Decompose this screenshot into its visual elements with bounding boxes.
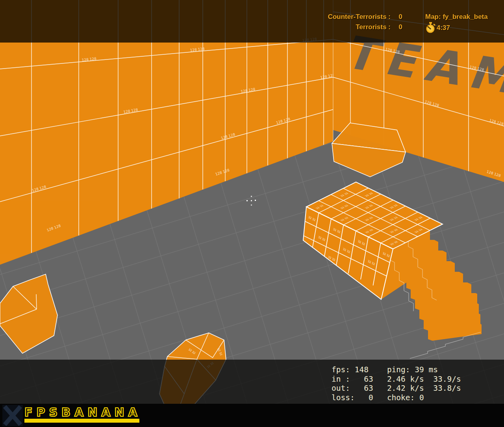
ct-score-row: Counter-Terrorists : 0	[328, 12, 402, 22]
netgraph-line-fps: fps: 148 ping: 39 ms	[332, 365, 461, 375]
t-score-row: Terrorists : 0	[328, 22, 402, 32]
map-info: Map: fy_break_beta 4:37	[425, 12, 488, 33]
map-name-row: Map: fy_break_beta	[425, 12, 488, 22]
netgraph: fps: 148 ping: 39 ms in : 63 2.46 k/s 33…	[332, 365, 461, 402]
netgraph-line-out: out: 63 2.42 k/s 33.8/s	[332, 384, 461, 393]
game-screen: 128 128 128 128 128 128 128 128 128 128 …	[0, 0, 504, 427]
fpsbanana-watermark: FPSBANANA	[0, 404, 158, 427]
netgraph-line-in: in : 63 2.46 k/s 33.9/s	[332, 375, 461, 384]
scoreboard: Counter-Terrorists : 0 Terrorists : 0	[328, 12, 402, 32]
fpsbanana-underline	[24, 419, 139, 423]
netgraph-line-loss: loss: 0 choke: 0	[332, 393, 461, 403]
round-timer-row: 4:37	[425, 22, 488, 33]
stopwatch-icon	[425, 22, 436, 33]
x-logo-icon	[2, 405, 23, 426]
round-timer: 4:37	[437, 23, 450, 33]
ct-score: 0	[391, 12, 402, 22]
fpsbanana-wordmark: FPSBANANA	[24, 405, 141, 419]
t-score: 0	[391, 22, 402, 32]
ct-label: Counter-Terrorists :	[328, 12, 391, 22]
t-label: Terrorists :	[356, 22, 391, 32]
map-name: Map: fy_break_beta	[425, 12, 488, 22]
